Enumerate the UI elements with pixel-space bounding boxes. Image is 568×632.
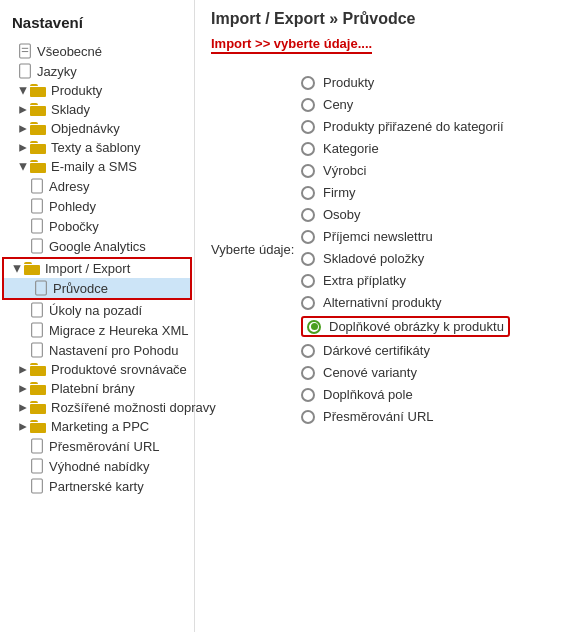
sidebar-item-google-analytics[interactable]: Google Analytics [0,236,194,256]
sidebar-item-presmerovani-url[interactable]: Přesměrování URL [0,436,194,456]
sidebar-item-produkty[interactable]: Produkty [0,81,194,100]
sidebar-item-label: Adresy [49,179,89,194]
doc-icon [30,322,44,338]
svg-rect-26 [30,366,46,376]
sidebar-item-marketing-ppc[interactable]: Marketing a PPC [0,417,194,436]
svg-marker-4 [19,87,27,95]
sidebar-item-label: Nastavení pro Pohodu [49,343,178,358]
radio-prijemci[interactable] [301,230,315,244]
svg-rect-22 [32,303,43,317]
svg-rect-3 [20,64,31,78]
radio-row-doplnkova-pole[interactable]: Doplňková pole [301,386,510,403]
svg-marker-11 [19,144,27,152]
radio-row-vyrobci[interactable]: Výrobci [301,162,510,179]
radio-darkove-certifikaty[interactable] [301,344,315,358]
radio-row-alternativni-produkty[interactable]: Alternativní produkty [301,294,510,311]
folder-icon [30,401,46,414]
radio-row-skladove-polozky[interactable]: Skladové položky [301,250,510,267]
sidebar-item-ukoly-pozadi[interactable]: Úkoly na pozadí [0,300,194,320]
radio-label: Doplňková pole [323,387,413,402]
radio-row-prijemci[interactable]: Příjemci newslettru [301,228,510,245]
radio-produkty-kategorie[interactable] [301,120,315,134]
sidebar-item-vyhodne-nabidky[interactable]: Výhodné nabídky [0,456,194,476]
radio-vyrobci[interactable] [301,164,315,178]
radio-doplnkova-pole[interactable] [301,388,315,402]
svg-rect-20 [24,265,40,275]
radio-label: Extra příplatky [323,273,406,288]
radio-row-presmerovani-url[interactable]: Přesměrování URL [301,408,510,425]
radio-doplnkove-obrazky[interactable] [307,320,321,334]
sidebar-item-vseoecne[interactable]: Všeobecné [0,41,194,61]
radio-cenove-varianty[interactable] [301,366,315,380]
radio-label: Dárkové certifikáty [323,343,430,358]
sidebar-item-objednavky[interactable]: Objednávky [0,119,194,138]
svg-rect-12 [30,144,46,154]
radio-extra-priplatky[interactable] [301,274,315,288]
sidebar-item-partnerske-karty[interactable]: Partnerské karty [0,476,194,496]
radio-row-produkty-kategorie[interactable]: Produkty přiřazené do kategorií [301,118,510,135]
radio-row-ceny[interactable]: Ceny [301,96,510,113]
radio-firmy[interactable] [301,186,315,200]
radio-row-osoby[interactable]: Osoby [301,206,510,223]
sidebar-item-label: Jazyky [37,64,77,79]
radio-row-firmy[interactable]: Firmy [301,184,510,201]
folder-icon [30,122,46,135]
sidebar-item-import-export[interactable]: Import / Export [4,259,190,278]
radio-ceny[interactable] [301,98,315,112]
sidebar-item-platebni-brany[interactable]: Platební brány [0,379,194,398]
folder-icon [30,420,46,433]
sidebar-item-produktove-srovnavace[interactable]: Produktové srovnávače [0,360,194,379]
radio-kategorie[interactable] [301,142,315,156]
radio-row-darkove-certifikaty[interactable]: Dárkové certifikáty [301,342,510,359]
import-export-folder-group: Import / Export Průvodce [2,257,192,300]
sidebar: Nastavení Všeobecné Jazyky Produkty Skla… [0,0,195,632]
radio-row-extra-priplatky[interactable]: Extra příplatky [301,272,510,289]
doc-icon [30,438,44,454]
svg-marker-13 [19,163,27,171]
sidebar-item-label: Pobočky [49,219,99,234]
sidebar-item-jazyky[interactable]: Jazyky [0,61,194,81]
sidebar-item-nastaveni-pohodu[interactable]: Nastavení pro Pohodu [0,340,194,360]
form-label: Vyberte údaje: [211,242,301,257]
form-section: Vyberte údaje: Produkty Ceny Produkty př… [211,74,552,425]
svg-marker-29 [19,404,27,412]
sidebar-item-label: E-maily a SMS [51,159,137,174]
radio-alternativni-produkty[interactable] [301,296,315,310]
svg-rect-6 [30,87,37,90]
sidebar-item-rozsirene-dopravy[interactable]: Rozšířené možnosti dopravy [0,398,194,417]
radio-label: Kategorie [323,141,379,156]
radio-produkty[interactable] [301,76,315,90]
arrow-right-icon [18,403,28,413]
radio-row-cenove-varianty[interactable]: Cenové varianty [301,364,510,381]
radio-label: Osoby [323,207,361,222]
doc-icon [30,178,44,194]
sidebar-item-texty-sablony[interactable]: Texty a šablony [0,138,194,157]
arrow-right-icon [18,124,28,134]
sidebar-item-sklady[interactable]: Sklady [0,100,194,119]
svg-rect-16 [32,199,43,213]
sidebar-item-pruvodce[interactable]: Průvodce [4,278,190,298]
sidebar-item-migrace-heureka[interactable]: Migrace z Heureka XML [0,320,194,340]
radio-osoby[interactable] [301,208,315,222]
sidebar-item-adresy[interactable]: Adresy [0,176,194,196]
doc-icon [30,342,44,358]
radio-presmerovani-url[interactable] [301,410,315,424]
svg-rect-23 [32,323,43,337]
sidebar-item-label: Přesměrování URL [49,439,160,454]
sidebar-item-emaily-sms[interactable]: E-maily a SMS [0,157,194,176]
radio-row-kategorie[interactable]: Kategorie [301,140,510,157]
radio-skladove-polozky[interactable] [301,252,315,266]
doc-icon [18,63,32,79]
radio-row-produkty[interactable]: Produkty [301,74,510,91]
sidebar-item-pohledy[interactable]: Pohledy [0,196,194,216]
sidebar-item-label: Produktové srovnávače [51,362,187,377]
radio-label: Skladové položky [323,251,424,266]
svg-rect-8 [30,106,46,116]
sidebar-item-pobocky[interactable]: Pobočky [0,216,194,236]
sidebar-item-label: Průvodce [53,281,108,296]
page-title: Import / Export » Průvodce [211,10,552,28]
radio-label: Přesměrování URL [323,409,434,424]
doc-icon [30,218,44,234]
radio-label: Cenové varianty [323,365,417,380]
radio-row-doplnkove-obrazky[interactable]: Doplňkové obrázky k produktu [301,316,510,337]
